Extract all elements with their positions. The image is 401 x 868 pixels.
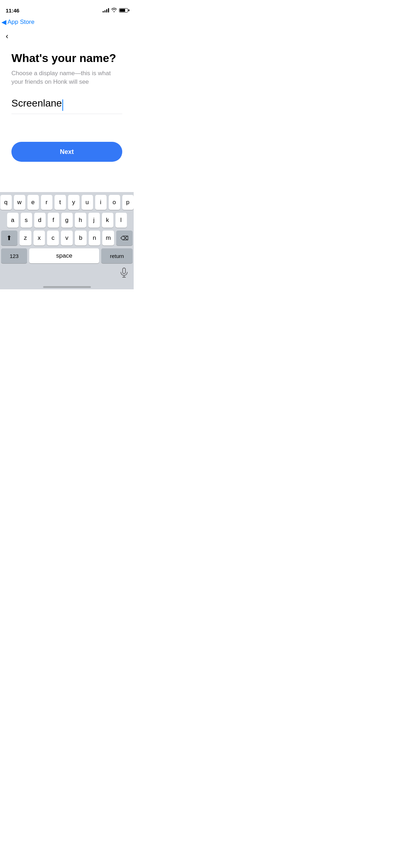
key-m[interactable]: m [102,231,114,246]
name-input-area[interactable]: Screenlane [11,98,122,114]
keyboard-row-2: a s d f g h j k l [1,213,133,228]
key-s[interactable]: s [21,213,32,228]
battery-icon [119,8,128,12]
wifi-icon [111,8,117,13]
next-button-container: Next [11,142,122,162]
key-j[interactable]: j [88,213,100,228]
shift-key[interactable]: ⬆ [1,231,17,246]
key-h[interactable]: h [75,213,86,228]
svg-rect-0 [123,268,125,274]
key-q[interactable]: q [0,195,12,210]
key-n[interactable]: n [89,231,101,246]
key-e[interactable]: e [27,195,39,210]
backspace-key[interactable]: ⌫ [116,231,133,246]
main-content: What's your name? Choose a display name—… [0,43,134,114]
key-t[interactable]: t [55,195,66,210]
back-button[interactable]: ‹ [6,32,8,40]
name-input-text: Screenlane [11,98,62,109]
key-u[interactable]: u [82,195,93,210]
page-title: What's your name? [11,51,122,65]
key-i[interactable]: i [95,195,107,210]
key-v[interactable]: v [61,231,73,246]
key-z[interactable]: z [20,231,31,246]
key-d[interactable]: d [34,213,46,228]
keyboard-row-1: q w e r t y u i o p [1,195,133,210]
return-key[interactable]: return [101,248,133,263]
key-x[interactable]: x [34,231,45,246]
key-a[interactable]: a [7,213,19,228]
page-subtitle: Choose a display name—this is what your … [11,69,122,86]
home-bar [43,286,91,288]
key-f[interactable]: f [48,213,59,228]
back-chevron-icon: ‹ [6,32,8,40]
status-bar: 11:46 [0,0,134,16]
key-g[interactable]: g [61,213,73,228]
key-w[interactable]: w [14,195,25,210]
key-l[interactable]: l [115,213,127,228]
key-k[interactable]: k [102,213,113,228]
key-o[interactable]: o [109,195,120,210]
keyboard: q w e r t y u i o p a s d f g h j k l ⬆ … [0,192,134,289]
signal-icon [103,8,109,12]
key-y[interactable]: y [68,195,79,210]
appstore-nav: ◀ App Store [0,16,134,29]
numbers-key[interactable]: 123 [1,248,27,263]
text-cursor [62,99,63,111]
home-indicator [1,283,133,289]
appstore-chevron-icon: ◀ [1,18,6,26]
microphone-icon[interactable] [120,268,128,280]
key-b[interactable]: b [75,231,87,246]
nav-bar: ‹ [0,29,134,43]
space-key[interactable]: space [29,248,99,263]
appstore-back-label: App Store [7,19,35,26]
status-time: 11:46 [6,7,19,14]
keyboard-row-4: 123 space return [1,248,133,263]
key-c[interactable]: c [47,231,59,246]
appstore-back-button[interactable]: ◀ App Store [1,18,35,26]
key-r[interactable]: r [41,195,52,210]
key-p[interactable]: p [122,195,134,210]
next-button[interactable]: Next [11,142,122,162]
status-icons [103,8,128,13]
keyboard-extras [1,266,133,283]
keyboard-row-3: ⬆ z x c v b n m ⌫ [1,231,133,246]
